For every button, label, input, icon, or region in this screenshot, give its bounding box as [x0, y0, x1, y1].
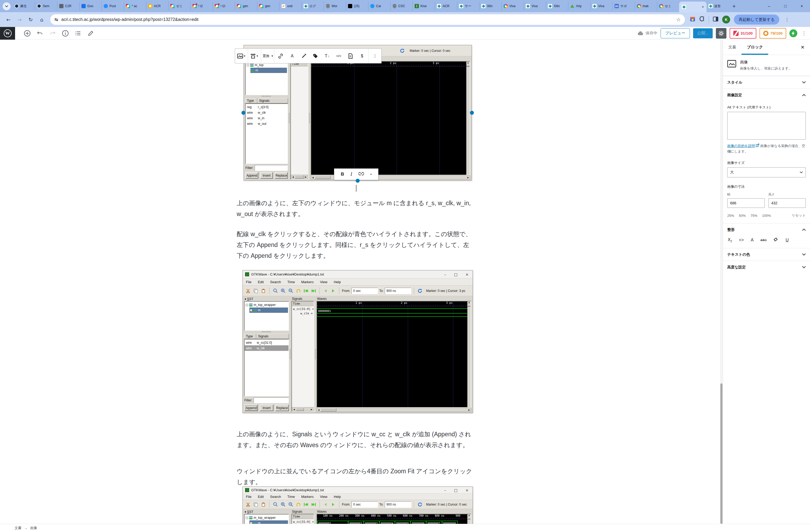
- content-info-button[interactable]: [59, 27, 72, 40]
- editor-options-menu[interactable]: ⋮: [801, 30, 806, 36]
- browser-tab[interactable]: Xilin ×: [546, 2, 568, 11]
- footnote-button[interactable]: [344, 49, 356, 63]
- list-view-button[interactable]: [72, 27, 84, 40]
- url-text[interactable]: acri.c.titech.ac.jp/wordpress/wp-admin/p…: [61, 17, 673, 22]
- calendar-extension-icon[interactable]: [690, 16, 696, 23]
- insert-button[interactable]: Insert: [260, 405, 273, 411]
- filter-input[interactable]: [255, 165, 288, 171]
- wordpress-logo[interactable]: W: [0, 27, 15, 40]
- style-panel-toggle[interactable]: スタイル: [723, 76, 810, 88]
- strikethrough-button[interactable]: ABC: [761, 239, 767, 242]
- h-scrollbar[interactable]: ◀▶: [292, 407, 314, 412]
- tab-search-button[interactable]: [3, 2, 11, 10]
- replace-button[interactable]: Replace: [275, 405, 289, 411]
- scale-button[interactable]: 75%: [750, 214, 757, 217]
- back-button[interactable]: ←: [4, 15, 13, 24]
- browser-tab[interactable]: und ×: [279, 2, 302, 11]
- browser-tab[interactable]: Post ×: [101, 2, 124, 11]
- more-formats-dropdown[interactable]: ▾: [371, 173, 372, 176]
- tab-close-icon[interactable]: ×: [702, 5, 704, 9]
- browser-tab[interactable]: gen ×: [257, 2, 279, 11]
- maximize-button[interactable]: □: [777, 0, 794, 12]
- code-button[interactable]: <>: [739, 238, 744, 242]
- dollar-button[interactable]: $: [356, 49, 368, 63]
- signal-table-header[interactable]: TypeSignals: [244, 334, 289, 339]
- scrollbar-thumb[interactable]: [720, 383, 723, 524]
- v-scrollbar[interactable]: ▲: [467, 302, 471, 407]
- preview-button[interactable]: プレビュー: [661, 28, 690, 38]
- forward-button[interactable]: →: [15, 15, 24, 24]
- browser-tab[interactable]: C2R ×: [57, 2, 79, 11]
- redo-button[interactable]: [46, 27, 59, 40]
- browser-tab[interactable]: ログ ×: [302, 2, 324, 11]
- gtkwave-screenshot-3[interactable]: GTKWave - C:¥Users¥kise¥Desktop¥dump1.tx…: [243, 486, 473, 524]
- jetpack-boost-icon[interactable]: [789, 29, 797, 37]
- signal-name[interactable]: w_cc[31:0] =: [292, 519, 314, 523]
- link-button[interactable]: [275, 49, 287, 63]
- browser-menu-icon[interactable]: ⋮: [784, 17, 789, 22]
- from-input[interactable]: 0 sec: [352, 288, 378, 294]
- text-style-button[interactable]: A: [287, 49, 298, 63]
- signal-row[interactable]: wirew_cc[31:0]: [245, 340, 289, 345]
- close-button[interactable]: ×: [794, 0, 810, 12]
- to-input[interactable]: 900 ns: [385, 501, 411, 508]
- text-size-button[interactable]: T↕: [321, 49, 333, 63]
- edit-mode-pencil-icon[interactable]: [84, 27, 97, 40]
- panel-splitter[interactable]: [314, 510, 317, 524]
- replace-button[interactable]: Replace: [275, 172, 288, 179]
- close-sidebar-icon[interactable]: ✕: [795, 40, 810, 55]
- browser-tab[interactable]: Sem ×: [35, 2, 57, 11]
- resize-handle-bottom[interactable]: [356, 179, 360, 183]
- browser-tab[interactable]: Arty ×: [568, 2, 590, 11]
- scale-button[interactable]: 100%: [762, 214, 771, 217]
- browser-tab[interactable]: gen ×: [235, 2, 257, 11]
- wave-display[interactable]: 100 ns200 ns300 ns400 ns500 ns600 ns700 …: [317, 514, 471, 524]
- splitter-handle[interactable]: •••••••: [244, 331, 289, 334]
- replace-image-button[interactable]: 置換▼: [261, 49, 273, 63]
- browser-tab[interactable]: * ac ×: [124, 2, 146, 11]
- filter-input[interactable]: [254, 398, 289, 403]
- scale-button[interactable]: 25%: [727, 214, 734, 217]
- browser-tab[interactable]: 麻生 ×: [13, 2, 35, 11]
- block-inserter-button[interactable]: [21, 27, 34, 40]
- home-button[interactable]: ⌂: [37, 15, 47, 24]
- signal-name[interactable]: w_cc[31:0] =: [292, 306, 314, 311]
- paragraph[interactable]: ウィンドウの上に並んでいるアイコンの左から4番目の Zoom Fit アイコンを…: [237, 466, 475, 487]
- tag-button[interactable]: [310, 49, 321, 63]
- from-input[interactable]: 0 sec: [352, 501, 378, 508]
- restart-update-button[interactable]: 再起動して更新する: [734, 15, 779, 25]
- to-input[interactable]: 900 ns: [385, 288, 411, 294]
- browser-tab[interactable]: ! t2 ×: [190, 2, 213, 11]
- browser-tab[interactable]: セミ ×: [657, 2, 679, 11]
- readability-badge[interactable]: 79/100: [760, 28, 786, 38]
- block-type-image-button[interactable]: ▼: [236, 49, 247, 63]
- browser-tab[interactable]: 波形 ×: [707, 2, 729, 11]
- new-tab-button[interactable]: +: [732, 3, 736, 10]
- highlight-button[interactable]: [298, 49, 310, 63]
- settings-gear-button[interactable]: [716, 28, 726, 38]
- signal-name[interactable]: w_clk =: [292, 311, 314, 315]
- append-button[interactable]: Append: [244, 405, 258, 411]
- resize-handle-right[interactable]: [470, 111, 474, 115]
- browser-tab[interactable]: Goo ×: [79, 2, 101, 11]
- signal-table-header[interactable]: TypeSignals: [245, 98, 288, 103]
- signal-row[interactable]: wirew_clk: [246, 110, 288, 115]
- panel-splitter[interactable]: [308, 57, 311, 179]
- text-style-button[interactable]: A: [751, 238, 754, 242]
- underline-button[interactable]: U: [786, 238, 789, 242]
- panel-splitter[interactable]: [289, 510, 291, 524]
- signal-row[interactable]: regr_s[3:0]: [246, 104, 288, 110]
- minimize-button[interactable]: –: [761, 0, 777, 12]
- browser-tab[interactable]: Wor ×: [324, 2, 346, 11]
- signal-row[interactable]: wirew_clk: [245, 345, 289, 351]
- extensions-puzzle-icon[interactable]: [699, 16, 705, 23]
- paragraph[interactable]: 上の画像のように、Signals というウィンドウに w_cc と w_clk …: [237, 429, 475, 451]
- height-input[interactable]: 432: [768, 198, 806, 208]
- browser-tab[interactable]: ACR ×: [146, 2, 168, 11]
- tab-document[interactable]: 文書: [723, 40, 742, 55]
- browser-tab[interactable]: Viva ×: [590, 2, 613, 11]
- image-size-select[interactable]: 大: [727, 167, 806, 177]
- editor-scrollbar[interactable]: [720, 40, 723, 524]
- bold-button[interactable]: B: [341, 172, 344, 177]
- panel-splitter[interactable]: [288, 57, 290, 179]
